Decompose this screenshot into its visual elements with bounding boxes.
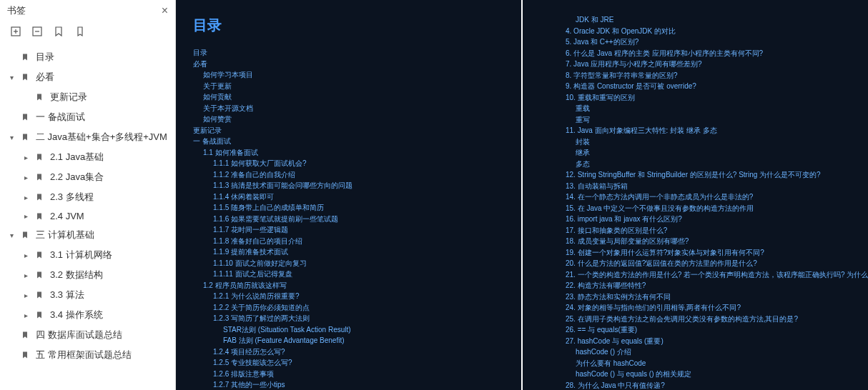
- bookmark-item[interactable]: ▾二 Java基础+集合+多线程+JVM: [0, 127, 175, 147]
- bookmark-item[interactable]: 四 数据库面试题总结: [0, 325, 175, 345]
- toc-entry[interactable]: 7. Java 应用程序与小程序之间有哪些差别?: [556, 59, 851, 70]
- bookmark-label: 2.1 Java基础: [50, 151, 104, 164]
- toc-entry[interactable]: 15. 在 Java 中定义一个不做事且没有参数的构造方法的作用: [556, 203, 851, 214]
- toc-entry[interactable]: 28. 为什么 Java 中只有值传递?: [556, 380, 851, 391]
- toc-entry[interactable]: 1.1.11 面试之后记得复盘: [193, 269, 504, 280]
- toc-entry[interactable]: 19. 创建一个对象用什么运算符?对象实体与对象引用有何不同?: [556, 247, 851, 259]
- toc-entry[interactable]: 如何赞赏: [193, 114, 504, 125]
- bookmark-item[interactable]: ▸2.3 多线程: [0, 187, 175, 207]
- toc-entry[interactable]: 目录: [193, 47, 504, 59]
- toc-entry[interactable]: FAB 法则 (Feature Advantage Benefit): [193, 335, 504, 346]
- toc-entry[interactable]: 1.1.4 休闲着装即可: [193, 191, 504, 203]
- bookmark-label: 3.4 操作系统: [50, 309, 103, 321]
- bookmark-tree: 目录▾必看更新记录一 备战面试▾二 Java基础+集合+多线程+JVM▸2.1 …: [0, 44, 175, 390]
- toc-entry[interactable]: 封装: [556, 136, 851, 148]
- toc-entry[interactable]: 13. 自动装箱与拆箱: [556, 181, 851, 192]
- bookmark-label: 一 备战面试: [36, 111, 85, 124]
- bookmark-item[interactable]: ▸3.4 操作系统: [0, 305, 175, 325]
- toc-entry[interactable]: 24. 对象的相等与指向他们的引用相等,两者有什么不同?: [556, 302, 851, 314]
- toc-entry[interactable]: 1.2.4 项目经历怎么写?: [193, 346, 504, 358]
- toc-entry[interactable]: 14. 在一个静态方法内调用一个非静态成员为什么是非法的?: [556, 191, 851, 203]
- toc-entry[interactable]: STAR法则 (Situation Task Action Result): [193, 324, 504, 336]
- toc-entry[interactable]: 重载: [556, 103, 851, 114]
- toc-entry[interactable]: 21. 一个类的构造方法的作用是什么? 若一个类没有声明构造方法，该程序能正确执…: [556, 269, 851, 281]
- toc-entry[interactable]: 27. hashCode 与 equals (重要): [556, 336, 851, 347]
- toc-entry[interactable]: 1.1.2 准备自己的自我介绍: [193, 169, 504, 181]
- toc-entry[interactable]: 12. String StringBuffer 和 StringBuilder …: [556, 169, 851, 181]
- toc-entry[interactable]: 1.1.5 随身带上自己的成绩单和简历: [193, 202, 504, 214]
- toc-entry[interactable]: 关于更新: [193, 81, 504, 92]
- bookmark-item[interactable]: ▸3.2 数据结构: [0, 265, 175, 285]
- bookmark-icon: [20, 330, 30, 340]
- toc-entry[interactable]: 25. 在调用子类构造方法之前会先调用父类没有参数的构造方法,其目的是?: [556, 314, 851, 325]
- toc-entry[interactable]: hashCode () 与 equals () 的相关规定: [556, 369, 851, 380]
- collapse-all-icon[interactable]: [31, 26, 43, 37]
- close-icon[interactable]: ×: [162, 4, 168, 17]
- toc-entry[interactable]: 4. Oracle JDK 和 OpenJDK 的对比: [556, 26, 851, 37]
- toc-entry[interactable]: 5. Java 和 C++的区别?: [556, 36, 851, 48]
- toc-entry[interactable]: 1.1.7 花时间一些逻辑题: [193, 224, 504, 236]
- toc-entry[interactable]: 更新记录: [193, 125, 504, 136]
- toc-entry[interactable]: 多态: [556, 159, 851, 170]
- toc-entry[interactable]: 如何贡献: [193, 91, 504, 103]
- toc-entry[interactable]: hashCode () 介绍: [556, 346, 851, 358]
- toc-entry[interactable]: 8. 字符型常量和字符串常量的区别?: [556, 70, 851, 81]
- chevron-icon: ▸: [24, 251, 31, 259]
- bookmark-icon: [34, 152, 44, 162]
- toc-entry[interactable]: 1.2.5 专业技能该怎么写?: [193, 357, 504, 369]
- toc-entry[interactable]: 18. 成员变量与局部变量的区别有哪些?: [556, 236, 851, 247]
- toc-entry[interactable]: 17. 接口和抽象类的区别是什么?: [556, 225, 851, 236]
- bookmark-icon: [34, 92, 44, 102]
- toc-entry[interactable]: 20. 什么是方法的返回值?返回值在类的方法里的作用是什么?: [556, 258, 851, 269]
- toc-entry[interactable]: 1.2 程序员简历就该这样写: [193, 280, 504, 291]
- toc-entry[interactable]: 1.2.6 排版注意事项: [193, 369, 504, 380]
- toc-entry[interactable]: 继承: [556, 147, 851, 159]
- bookmark-outline-icon[interactable]: [53, 26, 64, 37]
- toc-entry[interactable]: 1.1 如何准备面试: [193, 147, 504, 159]
- toc-entry[interactable]: 1.2.2 关于简历你必须知道的点: [193, 302, 504, 314]
- expand-all-icon[interactable]: [10, 26, 21, 37]
- toc-entry[interactable]: 6. 什么是 Java 程序的主类 应用程序和小程序的主类有何不同?: [556, 48, 851, 59]
- bookmark-icon: [34, 310, 44, 320]
- toc-entry[interactable]: 1.2.7 其他的一些小tips: [193, 379, 504, 390]
- bookmark-item[interactable]: ▾三 计算机基础: [0, 225, 175, 245]
- toc-entry[interactable]: 为什么要有 hashCode: [556, 358, 851, 369]
- toc-entry[interactable]: 10. 重载和重写的区别: [556, 92, 851, 104]
- bookmark-item[interactable]: ▸3.1 计算机网络: [0, 245, 175, 265]
- toc-entry[interactable]: 1.2.1 为什么说简历很重要?: [193, 291, 504, 302]
- toc-entry[interactable]: 16. import java 和 javax 有什么区别?: [556, 214, 851, 225]
- toc-entry[interactable]: 9. 构造器 Constructor 是否可被 override?: [556, 81, 851, 92]
- toc-entry[interactable]: 1.1.10 面试之前做好定向复习: [193, 258, 504, 269]
- toc-entry[interactable]: JDK 和 JRE: [556, 14, 851, 26]
- toc-entry[interactable]: 11. Java 面向对象编程三大特性: 封装 继承 多态: [556, 125, 851, 136]
- bookmarks-sidebar: 书签 × 目录▾必看更新记录一 备战面试▾二 Java基础+集合+多线程+JVM…: [0, 0, 176, 390]
- toc-entry[interactable]: 1.1.1 如何获取大厂面试机会?: [193, 158, 504, 169]
- toc-entry[interactable]: 1.1.3 搞清是技术面可能会问哪些方向的问题: [193, 180, 504, 191]
- bookmark-item[interactable]: 五 常用框架面试题总结: [0, 345, 175, 365]
- toc-entry[interactable]: 必看: [193, 59, 504, 70]
- bookmark-item[interactable]: 更新记录: [0, 87, 175, 107]
- bookmark-icon: [20, 112, 30, 122]
- bookmark-item[interactable]: ▸3.3 算法: [0, 285, 175, 305]
- toc-entry[interactable]: 1.1.8 准备好自己的项目介绍: [193, 236, 504, 247]
- chevron-icon: ▸: [24, 212, 31, 220]
- bookmark-item[interactable]: ▸2.4 JVM: [0, 207, 175, 225]
- bookmark-ribbon-icon[interactable]: [74, 26, 86, 37]
- toc-entry[interactable]: 1.1.6 如果需要笔试就提前刷一些笔试题: [193, 214, 504, 225]
- toc-entry[interactable]: 一 备战面试: [193, 136, 504, 147]
- bookmark-item[interactable]: 一 备战面试: [0, 107, 175, 127]
- toc-entry[interactable]: 关于本开源文档: [193, 103, 504, 114]
- toc-entry[interactable]: 1.2.3 写简历了解过的两大法则: [193, 313, 504, 324]
- toc-entry[interactable]: 26. == 与 equals(重要): [556, 324, 851, 336]
- toc-entry[interactable]: 1.1.9 提前准备技术面试: [193, 246, 504, 258]
- toc-entry[interactable]: 如何学习本项目: [193, 69, 504, 81]
- bookmark-item[interactable]: ▾必看: [0, 67, 175, 87]
- toc-entry[interactable]: 23. 静态方法和实例方法有何不同: [556, 291, 851, 303]
- bookmark-item[interactable]: ▸2.2 Java集合: [0, 167, 175, 187]
- bookmark-item[interactable]: 目录: [0, 47, 175, 67]
- toc-entry[interactable]: 22. 构造方法有哪些特性?: [556, 280, 851, 291]
- page-right: JDK 和 JRE4. Oracle JDK 和 OpenJDK 的对比5. J…: [523, 0, 868, 390]
- bookmark-item[interactable]: ▸2.1 Java基础: [0, 147, 175, 167]
- toc-entry[interactable]: 重写: [556, 114, 851, 126]
- chevron-icon: ▸: [24, 271, 31, 279]
